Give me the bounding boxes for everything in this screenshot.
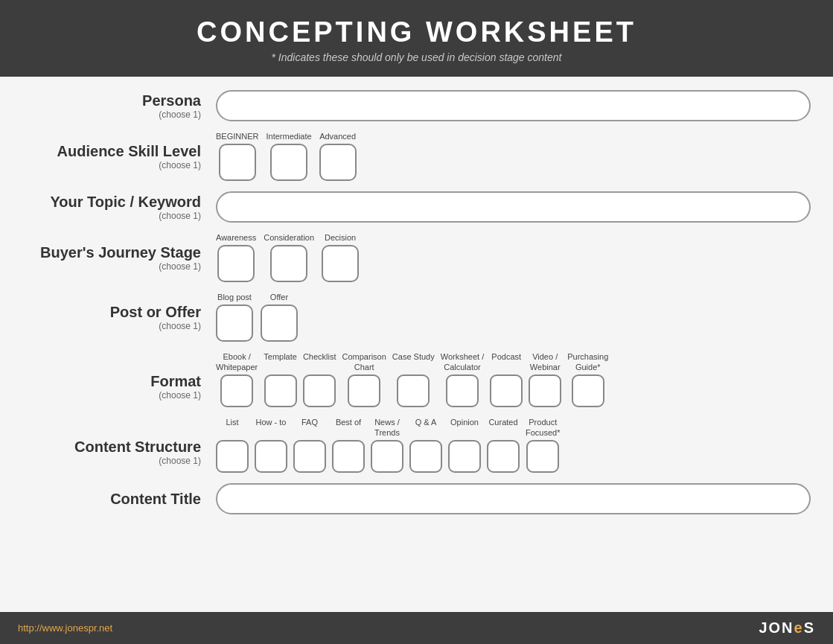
audience-intermediate-checkbox[interactable] — [270, 144, 307, 181]
format-checklist-label1: Checklist — [303, 352, 336, 361]
main-content: Persona (choose 1) Audience Skill Level … — [0, 77, 833, 612]
cs-news-trends-label2: Trends — [374, 428, 400, 437]
audience-advanced: Advanced — [319, 132, 357, 181]
cs-curated-checkbox[interactable] — [487, 440, 520, 473]
format-label-col: Format (choose 1) — [22, 352, 216, 401]
format-template-checkbox[interactable] — [264, 374, 297, 407]
cs-howto: How - to — [255, 418, 287, 473]
page-title: CONCEPTING WORKSHEET — [15, 16, 818, 48]
topic-row: Your Topic / Keyword (choose 1) — [22, 191, 811, 223]
format-comparison-checkbox[interactable] — [348, 374, 380, 407]
persona-label-col: Persona (choose 1) — [22, 92, 216, 120]
format-worksheet-checkbox[interactable] — [446, 374, 479, 407]
format-options: Ebook / Whitepaper Template Checklist — [216, 352, 811, 407]
journey-decision-label: Decision — [325, 233, 356, 242]
format-case-study-checkbox[interactable] — [397, 374, 430, 407]
post-offer-checkbox[interactable] — [261, 305, 298, 342]
format-podcast-label2 — [505, 363, 508, 372]
format-case-study-label2 — [412, 363, 415, 372]
cs-product-focused-label2: Focused* — [526, 428, 560, 437]
content-title-label-col: Content Title — [22, 491, 216, 508]
cs-list: List — [216, 418, 249, 473]
content-title-row: Content Title — [22, 483, 811, 514]
cs-opinion-checkbox[interactable] — [448, 440, 481, 473]
format-template-label1: Template — [264, 352, 297, 361]
cs-news-trends: News / Trends — [371, 418, 403, 473]
cs-faq-checkbox[interactable] — [293, 440, 326, 473]
journey-awareness-label: Awareness — [216, 233, 256, 242]
format-template: Template — [264, 352, 297, 407]
format-checkbox-group: Ebook / Whitepaper Template Checklist — [216, 352, 811, 407]
cs-list-label: List — [226, 418, 238, 427]
format-purchasing-checkbox[interactable] — [572, 374, 604, 407]
buyers-journey-row: Buyer's Journey Stage (choose 1) Awarene… — [22, 233, 811, 282]
format-video: Video / Webinar — [529, 352, 561, 407]
content-structure-checkbox-group: List How - to FAQ — [216, 418, 811, 473]
format-comparison: Comparison Chart — [342, 352, 386, 407]
footer-url[interactable]: http://www.jonespr.net — [18, 622, 112, 634]
journey-decision: Decision — [322, 233, 359, 282]
content-structure-label: Content Structure — [22, 439, 201, 456]
format-case-study-label1: Case Study — [392, 352, 435, 361]
format-row: Format (choose 1) Ebook / Whitepaper Tem… — [22, 352, 811, 407]
cs-qa-label: Q & A — [415, 418, 437, 427]
cs-news-trends-checkbox[interactable] — [371, 440, 403, 473]
format-ebook: Ebook / Whitepaper — [216, 352, 258, 407]
format-case-study: Case Study — [392, 352, 435, 407]
journey-consideration-checkbox[interactable] — [270, 245, 307, 282]
page-footer: http://www.jonespr.net JONeS — [0, 612, 833, 644]
audience-beginner-checkbox[interactable] — [219, 144, 256, 181]
format-purchasing-label2: Guide* — [575, 363, 601, 372]
persona-input[interactable] — [216, 90, 811, 121]
post-blog: Blog post — [216, 293, 253, 342]
audience-advanced-label: Advanced — [319, 132, 356, 141]
audience-advanced-checkbox[interactable] — [319, 144, 357, 181]
cs-curated: Curated — [487, 418, 520, 473]
cs-faq-label: FAQ — [301, 418, 318, 427]
content-structure-row: Content Structure (choose 1) List How - … — [22, 418, 811, 473]
cs-product-focused-checkbox[interactable] — [526, 440, 559, 473]
journey-decision-checkbox[interactable] — [322, 245, 359, 282]
topic-sublabel: (choose 1) — [22, 211, 201, 221]
format-worksheet-label2: Calculator — [444, 363, 481, 372]
audience-beginner-label: BEGINNER — [216, 132, 258, 141]
content-structure-label-col: Content Structure (choose 1) — [22, 418, 216, 466]
format-podcast-checkbox[interactable] — [490, 374, 523, 407]
audience-options: BEGINNER Intermediate Advanced — [216, 132, 811, 181]
audience-row: Audience Skill Level (choose 1) BEGINNER… — [22, 132, 811, 181]
cs-curated-label: Curated — [488, 418, 517, 427]
audience-checkbox-group: BEGINNER Intermediate Advanced — [216, 132, 811, 181]
format-comparison-label2: Chart — [354, 363, 374, 372]
persona-row: Persona (choose 1) — [22, 90, 811, 121]
cs-best-of-checkbox[interactable] — [332, 440, 365, 473]
cs-product-focused-label1: Product — [529, 418, 557, 427]
topic-label-col: Your Topic / Keyword (choose 1) — [22, 194, 216, 221]
cs-faq: FAQ — [293, 418, 326, 473]
cs-product-focused: Product Focused* — [526, 418, 560, 473]
buyers-journey-options: Awareness Consideration Decision — [216, 233, 811, 282]
cs-list-checkbox[interactable] — [216, 440, 249, 473]
format-ebook-label2: Whitepaper — [216, 363, 258, 372]
post-blog-checkbox[interactable] — [216, 305, 253, 342]
audience-intermediate-label: Intermediate — [266, 132, 311, 141]
format-ebook-label1: Ebook / — [223, 352, 250, 361]
cs-qa-checkbox[interactable] — [409, 440, 442, 473]
format-video-label1: Video / — [532, 352, 558, 361]
buyers-journey-sublabel: (choose 1) — [22, 261, 201, 272]
format-worksheet: Worksheet / Calculator — [441, 352, 485, 407]
format-ebook-checkbox[interactable] — [220, 374, 253, 407]
cs-howto-checkbox[interactable] — [255, 440, 287, 473]
post-offer-label-col: Post or Offer (choose 1) — [22, 304, 216, 331]
format-checklist-checkbox[interactable] — [303, 374, 336, 407]
cs-best-of-label: Best of — [336, 418, 361, 427]
journey-consideration-label: Consideration — [264, 233, 314, 242]
format-checklist: Checklist — [303, 352, 336, 407]
persona-label: Persona — [22, 92, 201, 109]
cs-qa: Q & A — [409, 418, 442, 473]
format-video-checkbox[interactable] — [529, 374, 561, 407]
format-checklist-label2 — [319, 363, 321, 372]
topic-input[interactable] — [216, 191, 811, 223]
journey-awareness-checkbox[interactable] — [217, 245, 255, 282]
content-title-input[interactable] — [216, 483, 811, 514]
cs-news-trends-label1: News / — [374, 418, 400, 427]
